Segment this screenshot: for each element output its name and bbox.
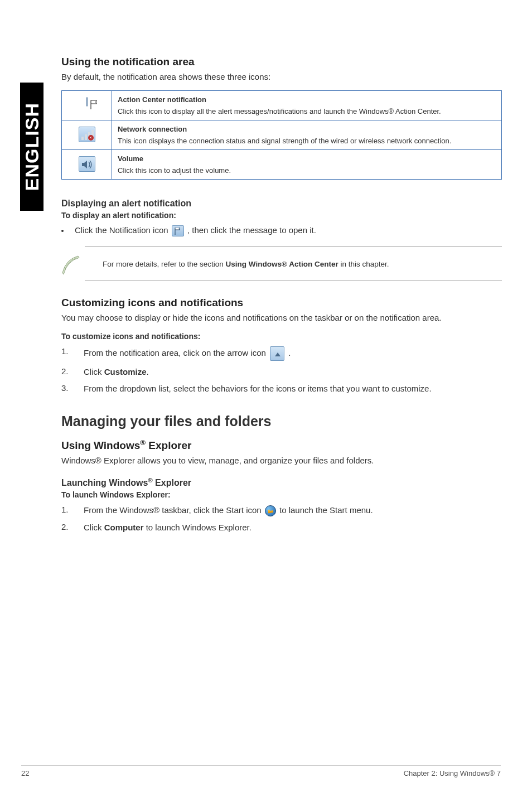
subsection-heading-alert: Displaying an alert notification xyxy=(61,199,502,209)
table-row: Action Center notification Click this ic… xyxy=(62,91,502,120)
section-heading-notification-area: Using the notification area xyxy=(61,56,502,68)
page-number: 22 xyxy=(21,769,29,777)
row-title: Action Center notification xyxy=(118,95,496,104)
intro-text: By default, the notification area shows … xyxy=(61,71,502,83)
alert-instruction-label: To display an alert notification: xyxy=(61,211,502,220)
launch-steps: 1. From the Windows® taskbar, click the … xyxy=(61,505,502,533)
table-row: × Network connection This icon displays … xyxy=(62,120,502,150)
volume-icon xyxy=(79,156,95,172)
section-heading-using-explorer: Using Windows® Explorer xyxy=(61,438,502,452)
list-item: 2. Click Customize. xyxy=(61,366,502,378)
bullet-item: Click the Notification icon , then click… xyxy=(61,225,502,236)
action-center-flag-icon xyxy=(79,98,95,113)
subsection-heading-launch-explorer: Launching Windows® Explorer xyxy=(61,477,502,488)
page-content: Using the notification area By default, … xyxy=(61,56,502,539)
network-connection-icon: × xyxy=(79,127,95,142)
row-desc: This icon displays the connection status… xyxy=(118,137,451,145)
bullet-icon xyxy=(61,230,64,232)
chapter-label: Chapter 2: Using Windows® 7 xyxy=(404,769,501,777)
launch-explorer-label: To launch Windows Explorer: xyxy=(61,490,502,499)
customize-intro: You may choose to display or hide the ic… xyxy=(61,312,502,323)
list-item: 1. From the notification area, click on … xyxy=(61,346,502,361)
note-pen-icon xyxy=(60,253,83,275)
notification-icons-table: Action Center notification Click this ic… xyxy=(61,90,502,180)
table-row: Volume Click this icon to adjust the vol… xyxy=(62,150,502,180)
arrow-up-icon xyxy=(270,346,284,361)
notification-flag-icon xyxy=(172,225,184,236)
explorer-intro: Windows® Explorer allows you to view, ma… xyxy=(61,455,502,466)
page-footer: 22 Chapter 2: Using Windows® 7 xyxy=(21,765,501,777)
note-box: For more details, refer to the section U… xyxy=(85,247,502,281)
windows-start-orb-icon xyxy=(265,505,276,516)
language-tab: ENGLISH xyxy=(20,83,43,211)
list-item: 2. Click Computer to launch Windows Expl… xyxy=(61,522,502,533)
row-desc: Click this icon to adjust the volume. xyxy=(118,166,231,175)
main-heading-managing: Managing your files and folders xyxy=(61,413,502,429)
row-desc: Click this icon to display all the alert… xyxy=(118,107,441,115)
list-item: 1. From the Windows® taskbar, click the … xyxy=(61,505,502,516)
row-title: Volume xyxy=(118,154,496,163)
section-heading-customize: Customizing icons and notifications xyxy=(61,297,502,309)
row-title: Network connection xyxy=(118,125,496,133)
list-item: 3. From the dropdown list, select the be… xyxy=(61,383,502,394)
customize-steps: 1. From the notification area, click on … xyxy=(61,346,502,395)
customize-sub-label: To customize icons and notifications: xyxy=(61,332,502,341)
